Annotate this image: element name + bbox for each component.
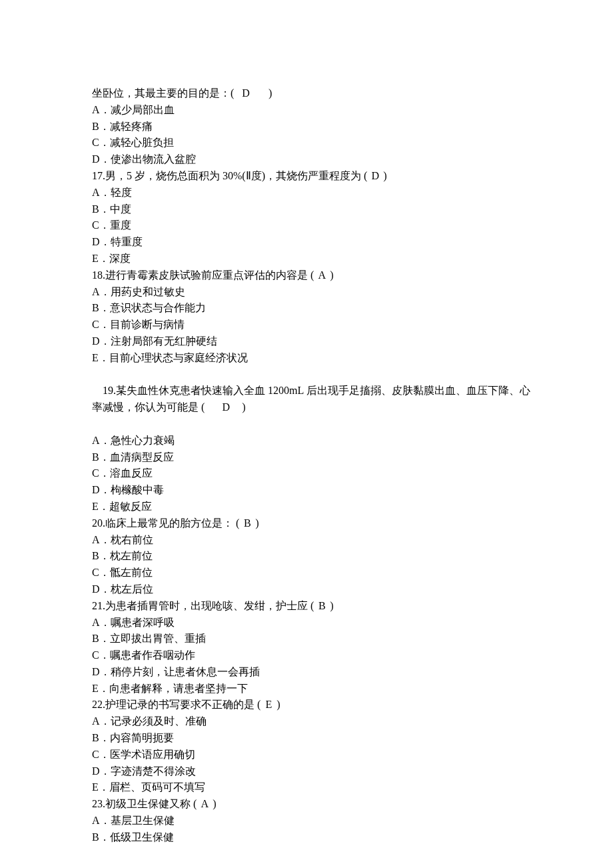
option: C．目前诊断与病情 bbox=[92, 317, 533, 333]
option: C．重度 bbox=[92, 217, 533, 234]
option: D．特重度 bbox=[92, 234, 533, 251]
question-23-stem: 23.初级卫生保健又称 ( A ) bbox=[92, 796, 533, 813]
question-number: 23 bbox=[92, 798, 103, 809]
question-text: 某失血性休克患者快速输入全血 1200mL 后出现手足搐搦、皮肤黏膜出血、血压下… bbox=[92, 385, 530, 413]
option: E．目前心理状态与家庭经济状况 bbox=[92, 350, 533, 367]
question-number: 19 bbox=[103, 385, 113, 396]
question-number: 17 bbox=[92, 170, 103, 181]
question-number: 22 bbox=[92, 699, 103, 710]
option: A．枕右前位 bbox=[92, 532, 533, 549]
question-text: 临床上最常见的胎方位是： bbox=[105, 517, 233, 529]
question-19-options: A．急性心力衰竭 B．血清病型反应 C．溶血反应 D．枸橼酸中毒 E．超敏反应 bbox=[92, 433, 533, 515]
option: C．骶左前位 bbox=[92, 565, 533, 581]
option: A．记录必须及时、准确 bbox=[92, 713, 533, 730]
question-20-stem: 20.临床上最常见的胎方位是： ( B ) bbox=[92, 515, 533, 532]
option: A．用药史和过敏史 bbox=[92, 284, 533, 301]
question-text: 男，5 岁，烧伤总面积为 30%(Ⅱ度)，其烧伤严重程度为 bbox=[105, 170, 361, 181]
option: C．医学术语应用确切 bbox=[92, 747, 533, 763]
lead-options: A．减少局部出血 B．减轻疼痛 C．减轻心脏负担 D．使渗出物流入盆腔 bbox=[92, 102, 533, 168]
question-text: 为患者插胃管时，出现呛咳、发绀，护士应 bbox=[105, 600, 308, 611]
option: C．嘱患者作吞咽动作 bbox=[92, 647, 533, 664]
option: B．低级卫生保健 bbox=[92, 829, 533, 846]
question-22-options: A．记录必须及时、准确 B．内容简明扼要 C．医学术语应用确切 D．字迹清楚不得… bbox=[92, 713, 533, 796]
option: D．枕左后位 bbox=[92, 581, 533, 598]
option: A．基层卫生保健 bbox=[92, 813, 533, 829]
option: D．注射局部有无红肿硬结 bbox=[92, 333, 533, 350]
question-20-options: A．枕右前位 B．枕左前位 C．骶左前位 D．枕左后位 bbox=[92, 532, 533, 598]
answer: B bbox=[242, 515, 253, 532]
question-17-options: A．轻度 B．中度 C．重度 D．特重度 E．深度 bbox=[92, 185, 533, 267]
question-21-options: A．嘱患者深呼吸 B．立即拔出胃管、重插 C．嘱患者作吞咽动作 D．稍停片刻，让… bbox=[92, 615, 533, 697]
question-17-stem: 17.男，5 岁，烧伤总面积为 30%(Ⅱ度)，其烧伤严重程度为 ( D ) bbox=[92, 168, 533, 185]
option: B．中度 bbox=[92, 201, 533, 218]
question-number: 21 bbox=[92, 600, 103, 611]
option: A．减少局部出血 bbox=[92, 102, 533, 119]
option: B．立即拔出胃管、重插 bbox=[92, 631, 533, 647]
question-23-options: A．基层卫生保健 B．低级卫生保健 bbox=[92, 813, 533, 846]
option: D．字迹清楚不得涂改 bbox=[92, 763, 533, 780]
option: C．减轻心脏负担 bbox=[92, 135, 533, 151]
option: B．枕左前位 bbox=[92, 548, 533, 565]
option: C．溶血反应 bbox=[92, 465, 533, 482]
option: A．嘱患者深呼吸 bbox=[92, 615, 533, 631]
question-text: 进行青霉素皮肤试验前应重点评估的内容是 bbox=[105, 269, 308, 281]
question-number: 20 bbox=[92, 517, 103, 529]
document-page: 坐卧位，其最主要的目的是：( D ) A．减少局部出血 B．减轻疼痛 C．减轻心… bbox=[0, 0, 613, 868]
option: A．急性心力衰竭 bbox=[92, 433, 533, 449]
question-18-stem: 18.进行青霉素皮肤试验前应重点评估的内容是 ( A ) bbox=[92, 267, 533, 284]
lead-question-line: 坐卧位，其最主要的目的是：( D ) bbox=[92, 85, 533, 102]
answer: B bbox=[316, 598, 327, 615]
answer: D bbox=[221, 399, 231, 416]
question-21-stem: 21.为患者插胃管时，出现呛咳、发绀，护士应 ( B ) bbox=[92, 598, 533, 615]
question-18-options: A．用药史和过敏史 B．意识状态与合作能力 C．目前诊断与病情 D．注射局部有无… bbox=[92, 284, 533, 367]
question-19-stem: 19.某失血性休克患者快速输入全血 1200mL 后出现手足搐搦、皮肤黏膜出血、… bbox=[92, 367, 533, 433]
answer: E bbox=[263, 697, 274, 713]
option: B．减轻疼痛 bbox=[92, 119, 533, 135]
option: D．使渗出物流入盆腔 bbox=[92, 151, 533, 168]
option: B．内容简明扼要 bbox=[92, 730, 533, 747]
question-text: 护理记录的书写要求不正确的是 bbox=[105, 699, 255, 710]
answer: A bbox=[316, 267, 327, 284]
option: B．血清病型反应 bbox=[92, 449, 533, 466]
option: E．深度 bbox=[92, 251, 533, 267]
answer: A bbox=[199, 796, 210, 813]
option: E．向患者解释，请患者坚持一下 bbox=[92, 681, 533, 697]
question-22-stem: 22.护理记录的书写要求不正确的是 ( E ) bbox=[92, 697, 533, 713]
option: B．意识状态与合作能力 bbox=[92, 300, 533, 317]
option: D．枸橼酸中毒 bbox=[92, 482, 533, 499]
option: A．轻度 bbox=[92, 185, 533, 201]
answer: D bbox=[370, 168, 380, 185]
option: D．稍停片刻，让患者休息一会再插 bbox=[92, 664, 533, 681]
option: E．超敏反应 bbox=[92, 499, 533, 515]
question-number: 18 bbox=[92, 269, 103, 281]
question-text: 初级卫生保健又称 bbox=[105, 798, 191, 809]
option: E．眉栏、页码可不填写 bbox=[92, 779, 533, 796]
